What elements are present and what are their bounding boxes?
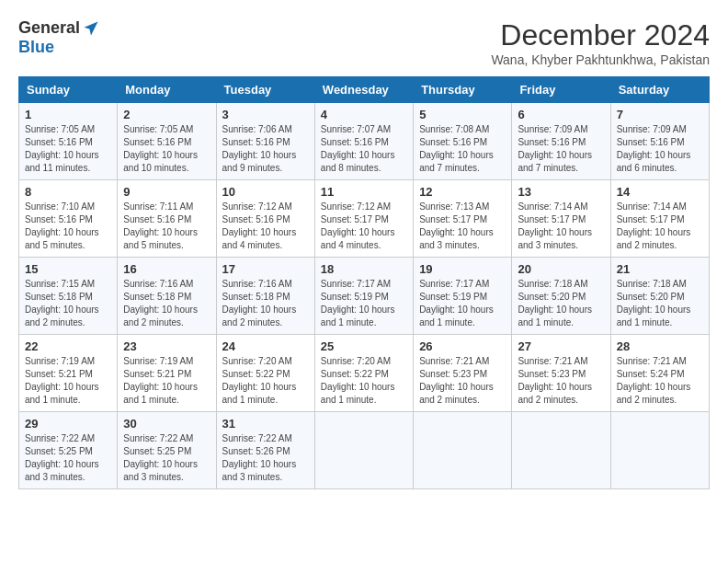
day-number: 24 [222,339,309,353]
header-tuesday: Tuesday [216,77,314,103]
calendar-day-cell: 12 Sunrise: 7:13 AM Sunset: 5:17 PM Dayl… [414,180,512,258]
day-number: 20 [518,262,604,276]
calendar-day-cell: 16 Sunrise: 7:16 AM Sunset: 5:18 PM Dayl… [118,258,216,335]
day-number: 26 [419,339,506,353]
logo: General Blue [18,18,100,57]
calendar-day-cell: 8 Sunrise: 7:10 AM Sunset: 5:16 PM Dayli… [19,180,118,258]
header-wednesday: Wednesday [314,77,413,103]
title-section: December 2024 Wana, Khyber Pakhtunkhwa, … [491,18,710,67]
header-sunday: Sunday [19,77,118,103]
day-info: Sunrise: 7:09 AM Sunset: 5:16 PM Dayligh… [518,123,604,175]
calendar-week-row: 1 Sunrise: 7:05 AM Sunset: 5:16 PM Dayli… [19,103,710,180]
day-number: 14 [617,185,703,199]
day-info: Sunrise: 7:21 AM Sunset: 5:23 PM Dayligh… [518,355,604,407]
day-number: 16 [123,262,210,276]
day-info: Sunrise: 7:14 AM Sunset: 5:17 PM Dayligh… [518,201,604,252]
day-number: 9 [123,185,210,199]
calendar-day-cell: 26 Sunrise: 7:21 AM Sunset: 5:23 PM Dayl… [414,335,512,412]
logo-bird-icon [82,19,100,38]
day-info: Sunrise: 7:16 AM Sunset: 5:18 PM Dayligh… [123,278,210,329]
day-info: Sunrise: 7:13 AM Sunset: 5:17 PM Dayligh… [419,201,506,252]
calendar-day-cell: 1 Sunrise: 7:05 AM Sunset: 5:16 PM Dayli… [19,103,118,180]
day-number: 12 [419,185,506,199]
day-info: Sunrise: 7:17 AM Sunset: 5:19 PM Dayligh… [321,278,407,329]
day-number: 3 [222,108,309,121]
calendar-day-cell: 31 Sunrise: 7:22 AM Sunset: 5:26 PM Dayl… [216,412,314,489]
calendar-day-cell [512,412,610,489]
day-number: 1 [25,108,111,121]
day-info: Sunrise: 7:19 AM Sunset: 5:21 PM Dayligh… [25,355,111,407]
calendar-day-cell: 3 Sunrise: 7:06 AM Sunset: 5:16 PM Dayli… [216,103,314,180]
month-title: December 2024 [491,18,710,52]
calendar-day-cell: 7 Sunrise: 7:09 AM Sunset: 5:16 PM Dayli… [610,103,709,180]
day-number: 4 [321,108,407,121]
calendar-day-cell: 25 Sunrise: 7:20 AM Sunset: 5:22 PM Dayl… [314,335,413,412]
day-number: 11 [321,185,407,199]
day-info: Sunrise: 7:09 AM Sunset: 5:16 PM Dayligh… [617,123,703,175]
calendar-day-cell: 13 Sunrise: 7:14 AM Sunset: 5:17 PM Dayl… [512,180,610,258]
calendar-week-row: 22 Sunrise: 7:19 AM Sunset: 5:21 PM Dayl… [19,335,710,412]
day-number: 10 [222,185,309,199]
calendar-day-cell: 20 Sunrise: 7:18 AM Sunset: 5:20 PM Dayl… [512,258,610,335]
day-info: Sunrise: 7:06 AM Sunset: 5:16 PM Dayligh… [222,123,309,175]
day-number: 15 [25,262,111,276]
calendar-day-cell: 18 Sunrise: 7:17 AM Sunset: 5:19 PM Dayl… [314,258,413,335]
day-number: 7 [617,108,703,121]
calendar-day-cell: 22 Sunrise: 7:19 AM Sunset: 5:21 PM Dayl… [19,335,118,412]
day-info: Sunrise: 7:16 AM Sunset: 5:18 PM Dayligh… [222,278,309,329]
calendar-day-cell [610,412,709,489]
calendar-day-cell: 10 Sunrise: 7:12 AM Sunset: 5:16 PM Dayl… [216,180,314,258]
calendar-week-row: 15 Sunrise: 7:15 AM Sunset: 5:18 PM Dayl… [19,258,710,335]
calendar-day-cell: 27 Sunrise: 7:21 AM Sunset: 5:23 PM Dayl… [512,335,610,412]
header-friday: Friday [512,77,610,103]
day-info: Sunrise: 7:18 AM Sunset: 5:20 PM Dayligh… [617,278,703,329]
day-number: 8 [25,185,111,199]
calendar-day-cell: 28 Sunrise: 7:21 AM Sunset: 5:24 PM Dayl… [610,335,709,412]
day-info: Sunrise: 7:21 AM Sunset: 5:23 PM Dayligh… [419,355,506,407]
calendar-day-cell: 14 Sunrise: 7:14 AM Sunset: 5:17 PM Dayl… [610,180,709,258]
day-info: Sunrise: 7:22 AM Sunset: 5:25 PM Dayligh… [25,432,111,484]
day-info: Sunrise: 7:05 AM Sunset: 5:16 PM Dayligh… [123,123,210,175]
day-number: 13 [518,185,604,199]
day-number: 5 [419,108,506,121]
day-info: Sunrise: 7:17 AM Sunset: 5:19 PM Dayligh… [419,278,506,329]
day-info: Sunrise: 7:22 AM Sunset: 5:25 PM Dayligh… [123,432,210,484]
calendar-day-cell: 15 Sunrise: 7:15 AM Sunset: 5:18 PM Dayl… [19,258,118,335]
header-saturday: Saturday [610,77,709,103]
calendar-week-row: 29 Sunrise: 7:22 AM Sunset: 5:25 PM Dayl… [19,412,710,489]
day-number: 2 [123,108,210,121]
calendar-day-cell: 9 Sunrise: 7:11 AM Sunset: 5:16 PM Dayli… [118,180,216,258]
day-number: 19 [419,262,506,276]
day-info: Sunrise: 7:21 AM Sunset: 5:24 PM Dayligh… [617,355,703,407]
calendar-day-cell: 2 Sunrise: 7:05 AM Sunset: 5:16 PM Dayli… [118,103,216,180]
calendar-day-cell: 4 Sunrise: 7:07 AM Sunset: 5:16 PM Dayli… [314,103,413,180]
day-info: Sunrise: 7:12 AM Sunset: 5:16 PM Dayligh… [222,201,309,252]
calendar-day-cell: 21 Sunrise: 7:18 AM Sunset: 5:20 PM Dayl… [610,258,709,335]
day-number: 22 [25,339,111,353]
day-info: Sunrise: 7:05 AM Sunset: 5:16 PM Dayligh… [25,123,111,175]
calendar-day-cell: 24 Sunrise: 7:20 AM Sunset: 5:22 PM Dayl… [216,335,314,412]
calendar-day-cell: 6 Sunrise: 7:09 AM Sunset: 5:16 PM Dayli… [512,103,610,180]
calendar-day-cell: 29 Sunrise: 7:22 AM Sunset: 5:25 PM Dayl… [19,412,118,489]
day-info: Sunrise: 7:15 AM Sunset: 5:18 PM Dayligh… [25,278,111,329]
day-info: Sunrise: 7:07 AM Sunset: 5:16 PM Dayligh… [321,123,407,175]
day-number: 17 [222,262,309,276]
day-number: 18 [321,262,407,276]
day-info: Sunrise: 7:08 AM Sunset: 5:16 PM Dayligh… [419,123,506,175]
day-number: 21 [617,262,703,276]
location-text: Wana, Khyber Pakhtunkhwa, Pakistan [491,52,710,67]
calendar-day-cell: 19 Sunrise: 7:17 AM Sunset: 5:19 PM Dayl… [414,258,512,335]
day-info: Sunrise: 7:22 AM Sunset: 5:26 PM Dayligh… [222,432,309,484]
day-number: 27 [518,339,604,353]
calendar-day-cell: 5 Sunrise: 7:08 AM Sunset: 5:16 PM Dayli… [414,103,512,180]
day-number: 25 [321,339,407,353]
day-number: 30 [123,417,210,431]
header-monday: Monday [118,77,216,103]
calendar-header-row: Sunday Monday Tuesday Wednesday Thursday… [19,77,710,103]
day-info: Sunrise: 7:14 AM Sunset: 5:17 PM Dayligh… [617,201,703,252]
day-info: Sunrise: 7:18 AM Sunset: 5:20 PM Dayligh… [518,278,604,329]
calendar-table: Sunday Monday Tuesday Wednesday Thursday… [18,76,710,489]
day-info: Sunrise: 7:10 AM Sunset: 5:16 PM Dayligh… [25,201,111,252]
calendar-day-cell [414,412,512,489]
calendar-day-cell: 17 Sunrise: 7:16 AM Sunset: 5:18 PM Dayl… [216,258,314,335]
